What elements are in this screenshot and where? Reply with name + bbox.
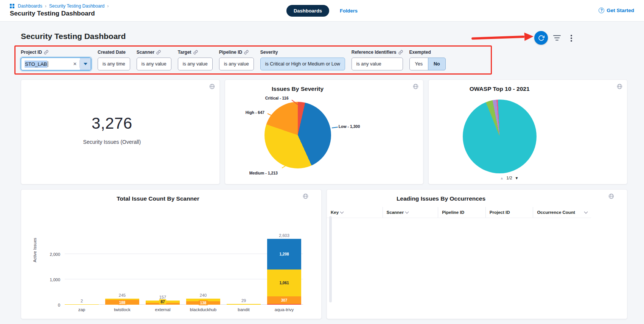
y-tick-label: 1,000	[50, 277, 60, 282]
table-scrollbar[interactable]	[329, 216, 332, 302]
globe-icon[interactable]	[303, 193, 308, 201]
reference-identifiers-filter-button[interactable]: is any value	[352, 58, 403, 70]
filter-label-text: Scanner	[137, 50, 154, 55]
globe-icon[interactable]	[608, 193, 614, 201]
globe-icon[interactable]	[209, 84, 215, 91]
severity-pie-chart[interactable]	[264, 102, 331, 168]
sort-chevron-icon	[584, 210, 588, 213]
x-axis-label: bandit	[238, 307, 249, 312]
bar-segment-medium[interactable]: 1,061	[267, 269, 301, 296]
breadcrumb-link-dashboards[interactable]: Dashboards	[18, 3, 42, 9]
pagination-down-icon[interactable]: ▼	[515, 176, 519, 180]
bar-segment-high[interactable]: 188	[105, 300, 139, 305]
top-header: Dashboards › Security Testing Dashboard …	[0, 0, 644, 22]
card-leading-issues-by-occurrences: Leading Issues By Occurrences Key Scanne…	[327, 189, 627, 319]
bar-chart[interactable]: 2zap245188twistlock15787external240138bl…	[65, 213, 303, 305]
filter-label-exempted: Exempted	[409, 50, 446, 55]
get-started-label: Get Started	[607, 8, 634, 13]
column-header-project-id[interactable]: Project ID	[485, 207, 533, 218]
link-icon	[156, 50, 161, 55]
pipeline-id-filter-button[interactable]: is any value	[219, 58, 254, 70]
refresh-button[interactable]	[534, 31, 548, 45]
severity-filter-button[interactable]: is Critical or High or Medium or Low	[260, 58, 345, 70]
chart-title: OWASP Top 10 - 2021	[429, 86, 627, 92]
filter-label-reference-identifiers: Reference Identifiers	[352, 50, 403, 55]
bar-aqua-trivy[interactable]: 2,6033071,0611,208aqua-trivy	[267, 233, 301, 305]
refresh-icon	[538, 35, 544, 41]
scanner-filter-button[interactable]: is any value	[137, 58, 171, 70]
globe-icon[interactable]	[413, 84, 418, 91]
table-header-row: Key Scanner Pipeline ID Project ID Occur…	[327, 207, 591, 218]
column-header-pipeline-id[interactable]: Pipeline ID	[438, 207, 485, 218]
column-header-key[interactable]: Key	[327, 207, 383, 218]
screen: Dashboards › Security Testing Dashboard …	[0, 0, 644, 324]
bar-stack	[65, 304, 99, 305]
pagination-up-icon[interactable]: ▲	[500, 176, 504, 180]
pie-label-low: Low - 1,300	[339, 124, 360, 129]
filter-lines-button[interactable]	[553, 35, 561, 42]
bar-bandit[interactable]: 29bandit	[227, 298, 261, 305]
bar-stack: 3071,0611,208	[267, 239, 301, 305]
filter-label-text: Target	[178, 50, 191, 55]
annotation-arrow	[471, 32, 534, 43]
bar-total-label: 29	[241, 298, 246, 303]
pie-label-high: High - 647	[246, 110, 264, 115]
tabs: Dashboards Folders	[286, 5, 358, 17]
bar-segment-medium[interactable]	[65, 304, 99, 305]
bar-segment-medium[interactable]: 87	[146, 301, 180, 303]
caret-down-button[interactable]	[80, 58, 91, 70]
column-label: Key	[331, 210, 339, 215]
question-circle-icon: ?	[599, 8, 604, 13]
filter-label-pipeline-id: Pipeline ID	[219, 50, 254, 55]
bar-segment-critical[interactable]	[267, 304, 301, 305]
column-header-scanner[interactable]: Scanner	[383, 207, 438, 218]
owasp-pagination: ▲ 1/2 ▼	[500, 176, 518, 180]
page-title: Security Testing Dashboard	[21, 32, 126, 41]
breadcrumb: Dashboards › Security Testing Dashboard …	[10, 3, 109, 9]
x-axis-label: zap	[78, 307, 86, 312]
clear-icon[interactable]: ✕	[70, 61, 79, 67]
overall-issue-count: 3,276	[92, 114, 132, 132]
more-options-button[interactable]	[570, 34, 573, 42]
bar-total-label: 245	[119, 293, 126, 298]
tab-folders[interactable]: Folders	[340, 8, 358, 14]
bar-external[interactable]: 15787external	[146, 295, 180, 305]
filter-target: Target is any value	[178, 50, 213, 70]
link-icon	[193, 50, 198, 55]
filter-label-text: Pipeline ID	[219, 50, 242, 55]
pagination-page-indicator: 1/2	[506, 176, 512, 180]
bar-stack: 87	[146, 301, 180, 305]
exempted-yes-button[interactable]: Yes	[409, 58, 428, 70]
column-label: Occurrence Count	[537, 210, 575, 215]
breadcrumb-separator: ›	[107, 3, 109, 9]
project-id-combobox[interactable]: STO_LAB ✕	[21, 58, 91, 70]
filter-scanner: Scanner is any value	[137, 50, 171, 70]
bar-blackduckhub[interactable]: 240138blackduckhub	[186, 293, 220, 305]
chart-title: Issues By Severity	[225, 86, 423, 92]
globe-icon[interactable]	[617, 84, 622, 91]
created-date-filter-button[interactable]: is any time	[98, 58, 130, 70]
breadcrumb-link-current[interactable]: Security Testing Dashboard	[49, 3, 105, 9]
get-started-link[interactable]: ? Get Started	[599, 8, 634, 13]
owasp-pie-chart[interactable]	[463, 100, 537, 173]
bar-segment-medium[interactable]	[227, 304, 261, 305]
tab-dashboards[interactable]: Dashboards	[286, 5, 329, 17]
bar-segment-label: 307	[280, 298, 289, 302]
project-id-value[interactable]: STO_LAB	[21, 61, 70, 68]
column-header-occurrence-count[interactable]: Occurrence Count	[533, 207, 591, 218]
bar-segment-high[interactable]: 307	[267, 296, 301, 304]
pie-label-critical: Critical - 116	[265, 96, 289, 100]
target-filter-button[interactable]: is any value	[178, 58, 213, 70]
exempted-no-button[interactable]: No	[428, 58, 446, 70]
link-icon	[244, 50, 249, 55]
bar-stack: 188	[105, 299, 139, 305]
card-security-issues-overall: 3,276 Security Issues (Overall)	[21, 79, 220, 184]
bar-segment-high[interactable]: 138	[186, 301, 220, 305]
x-axis-label: external	[155, 307, 171, 312]
bar-twistlock[interactable]: 245188twistlock	[105, 293, 139, 305]
bar-zap[interactable]: 2zap	[65, 299, 99, 305]
chart-title: Total Issue Count By Scanner	[21, 195, 321, 202]
filter-project-id: Project ID STO_LAB ✕	[21, 50, 91, 70]
bar-segment-low[interactable]: 1,208	[267, 239, 301, 269]
text-cursor	[48, 61, 48, 67]
